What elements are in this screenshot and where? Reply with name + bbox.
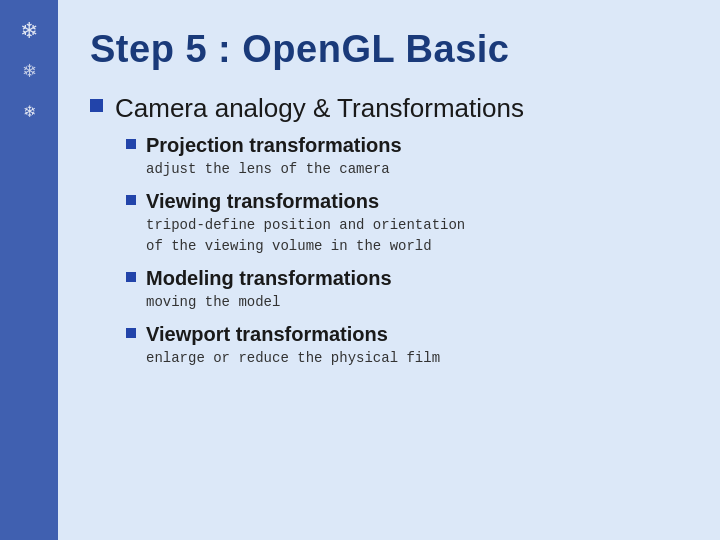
sub-item-4-title: Viewport transformations — [146, 323, 388, 346]
sub-bullet-3-icon — [126, 272, 136, 282]
snowflake-icon-1: ❄ — [20, 18, 38, 44]
sub-item-1-header: Projection transformations — [126, 134, 688, 157]
sub-item-3-header: Modeling transformations — [126, 267, 688, 290]
slide-title: Step 5 : OpenGL Basic — [90, 28, 688, 71]
sub-bullet-2-icon — [126, 195, 136, 205]
sub-item-2-desc: tripod-define position and orientation o… — [146, 215, 688, 257]
sub-item-4-desc: enlarge or reduce the physical film — [146, 348, 688, 369]
sub-item-2-title: Viewing transformations — [146, 190, 379, 213]
main-bullet: Camera analogy & Transformations — [90, 93, 688, 124]
slide: ❄ ❄ ❄ Step 5 : OpenGL Basic Camera analo… — [0, 0, 720, 540]
left-bar: ❄ ❄ ❄ — [0, 0, 58, 540]
sub-bullet-1-icon — [126, 139, 136, 149]
sub-items-list: Projection transformations adjust the le… — [126, 134, 688, 369]
sub-item-1-desc: adjust the lens of the camera — [146, 159, 688, 180]
sub-item-4-header: Viewport transformations — [126, 323, 688, 346]
sub-item-1-title: Projection transformations — [146, 134, 402, 157]
sub-item-4: Viewport transformations enlarge or redu… — [126, 323, 688, 369]
sub-item-3-desc: moving the model — [146, 292, 688, 313]
main-bullet-icon — [90, 99, 103, 112]
sub-item-1: Projection transformations adjust the le… — [126, 134, 688, 180]
slide-content: Step 5 : OpenGL Basic Camera analogy & T… — [58, 0, 720, 540]
snowflake-icon-3: ❄ — [23, 102, 36, 121]
sub-item-3-title: Modeling transformations — [146, 267, 392, 290]
main-bullet-label: Camera analogy & Transformations — [115, 93, 524, 124]
sub-item-2-header: Viewing transformations — [126, 190, 688, 213]
snowflake-icon-2: ❄ — [22, 60, 37, 82]
sub-item-3: Modeling transformations moving the mode… — [126, 267, 688, 313]
sub-bullet-4-icon — [126, 328, 136, 338]
sub-item-2: Viewing transformations tripod-define po… — [126, 190, 688, 257]
